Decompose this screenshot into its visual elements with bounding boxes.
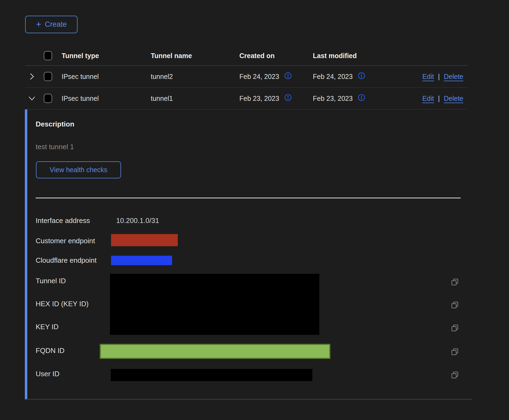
table-row: IPsec tunnel tunnel2 Feb 24, 2023 Feb 24… xyxy=(25,66,468,88)
select-all-checkbox[interactable] xyxy=(44,51,52,60)
created-on-value: Feb 24, 2023 xyxy=(239,73,279,81)
last-modified-cell: Feb 23, 2023 xyxy=(313,94,366,103)
table-header: Tunnel type Tunnel name Created on Last … xyxy=(25,46,468,66)
copy-key-id-button[interactable] xyxy=(450,323,460,334)
created-on-cell: Feb 24, 2023 xyxy=(239,72,292,81)
description-value: test tunnel 1 xyxy=(36,143,74,151)
actions-separator: | xyxy=(438,73,440,81)
row-actions: Edit | Delete xyxy=(422,95,463,102)
hex-id-label: HEX ID (KEY ID) xyxy=(36,300,89,308)
create-button-label: Create xyxy=(45,20,67,29)
info-icon[interactable] xyxy=(284,72,292,81)
table-row: IPsec tunnel tunnel1 Feb 23, 2023 Feb 23… xyxy=(25,88,468,109)
interface-address-label: Interface address xyxy=(36,216,90,225)
created-on-cell: Feb 23, 2023 xyxy=(239,94,292,103)
tunnel-name-cell: tunnel2 xyxy=(151,73,173,81)
customer-endpoint-redacted-value xyxy=(111,234,178,246)
row-checkbox[interactable] xyxy=(44,94,52,103)
expand-chevron-right-icon[interactable] xyxy=(26,71,38,82)
customer-endpoint-label: Customer endpoint xyxy=(36,237,95,245)
copy-tunnel-id-button[interactable] xyxy=(450,277,460,288)
actions-separator: | xyxy=(438,95,440,102)
ids-redacted-block xyxy=(110,274,319,335)
delete-link[interactable]: Delete xyxy=(444,73,463,81)
header-tunnel-type: Tunnel type xyxy=(62,52,99,60)
delete-link[interactable]: Delete xyxy=(444,95,463,102)
last-modified-value: Feb 24, 2023 xyxy=(313,73,353,81)
create-button[interactable]: + Create xyxy=(25,16,78,33)
edit-link[interactable]: Edit xyxy=(422,73,434,81)
info-icon[interactable] xyxy=(284,94,292,103)
expanded-row-bottom-divider xyxy=(26,399,472,400)
copy-user-id-button[interactable] xyxy=(450,370,460,381)
expanded-row-accent-bar xyxy=(25,109,27,399)
info-icon[interactable] xyxy=(357,72,366,81)
header-last-modified: Last modified xyxy=(313,52,357,60)
collapse-chevron-down-icon[interactable] xyxy=(26,92,38,104)
created-on-value: Feb 23, 2023 xyxy=(239,95,279,102)
tunnel-id-label: Tunnel ID xyxy=(36,277,66,285)
checkbox-icon xyxy=(44,94,52,103)
row-checkbox[interactable] xyxy=(44,72,52,81)
plus-icon: + xyxy=(36,19,41,29)
fqdn-id-redacted-value xyxy=(100,344,330,359)
tunnels-page: + Create Tunnel type Tunnel name Created… xyxy=(0,0,509,420)
checkbox-icon xyxy=(44,51,52,60)
last-modified-value: Feb 23, 2023 xyxy=(313,95,353,102)
tunnel-type-cell: IPsec tunnel xyxy=(62,95,99,102)
detail-divider xyxy=(36,198,461,198)
checkbox-icon xyxy=(44,72,52,81)
cloudflare-endpoint-redacted-value xyxy=(111,256,172,265)
view-health-checks-button[interactable]: View health checks xyxy=(36,161,121,178)
key-id-label: KEY ID xyxy=(36,323,59,331)
copy-hex-id-button[interactable] xyxy=(450,300,460,311)
tunnel-type-cell: IPsec tunnel xyxy=(62,73,99,81)
last-modified-cell: Feb 24, 2023 xyxy=(313,72,366,81)
fqdn-id-label: FQDN ID xyxy=(36,346,65,355)
interface-address-value: 10.200.1.0/31 xyxy=(116,216,159,225)
description-label: Description xyxy=(36,120,74,128)
info-icon[interactable] xyxy=(357,94,366,103)
copy-fqdn-id-button[interactable] xyxy=(450,346,460,357)
cloudflare-endpoint-label: Cloudflare endpoint xyxy=(36,256,97,265)
user-id-redacted-value xyxy=(111,369,312,381)
header-tunnel-name: Tunnel name xyxy=(151,52,192,60)
row-actions: Edit | Delete xyxy=(422,73,463,81)
user-id-label: User ID xyxy=(36,370,59,378)
edit-link[interactable]: Edit xyxy=(422,95,434,102)
tunnel-name-cell: tunnel1 xyxy=(151,95,173,102)
header-created-on: Created on xyxy=(239,52,275,60)
